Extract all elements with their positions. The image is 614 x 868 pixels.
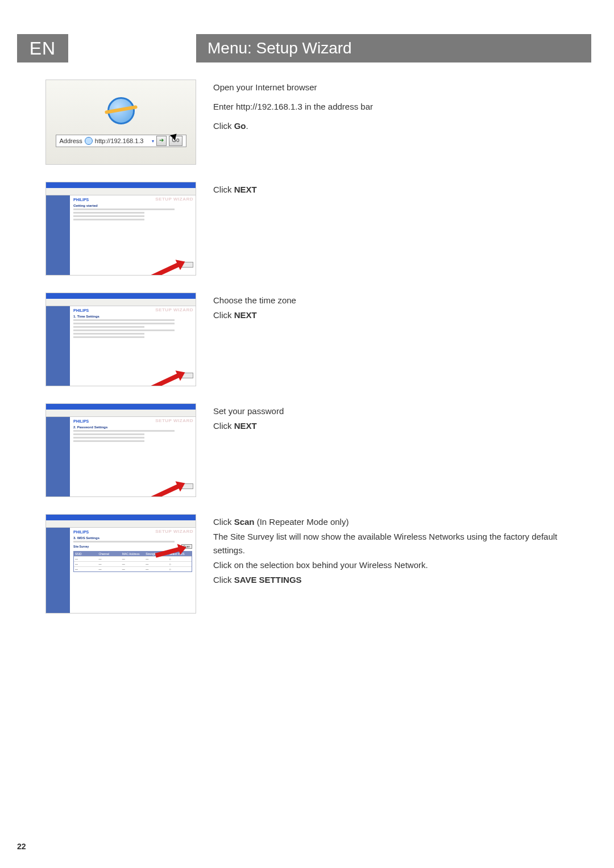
page-title: Menu: Setup Wizard — [196, 34, 591, 62]
instr-enter-url: Enter http://192.168.1.3 in the address … — [213, 100, 591, 114]
wizard-heading: 3. WDS Settings — [73, 536, 192, 540]
step-3: PHILIPS SETUP WIZARD 1. Time Settings — [45, 293, 591, 386]
screenshot-wizard-password: PHILIPS SETUP WIZARD 2. Password Setting… — [45, 403, 196, 497]
red-arrow-icon — [150, 372, 183, 386]
red-arrow-icon — [150, 261, 183, 276]
page-icon — [85, 137, 93, 145]
step-1-instructions: Open your Internet browser Enter http://… — [213, 80, 591, 139]
step-5-instructions: Click Scan (In Repeater Mode only) The S… — [213, 514, 591, 592]
setup-wizard-watermark: SETUP WIZARD — [155, 307, 193, 312]
wizard-heading: 2. Password Settings — [73, 425, 192, 429]
go-button: Go — [169, 136, 182, 146]
wizard-heading: 1. Time Settings — [73, 315, 192, 318]
address-label: Address — [60, 137, 82, 144]
screenshot-browser: Address http://192.168.1.3 ▾ ➔ Go — [45, 80, 196, 165]
setup-wizard-watermark: SETUP WIZARD — [155, 197, 193, 202]
step-3-instructions: Choose the time zone Click NEXT — [213, 293, 591, 328]
instr-site-survey: The Site Survey list will now show the a… — [213, 530, 591, 557]
instr-open-browser: Open your Internet browser — [213, 81, 591, 94]
instr-choose-timezone: Choose the time zone — [213, 294, 591, 307]
instr-click-next-2: Click NEXT — [213, 308, 591, 322]
instr-click-go: Click Go. — [213, 119, 591, 133]
screenshot-wizard-start: PHILIPS SETUP WIZARD Getting started — [45, 182, 196, 276]
go-arrow-icon: ➔ — [156, 136, 167, 146]
instr-click-next-3: Click NEXT — [213, 419, 591, 433]
instr-click-scan: Click Scan (In Repeater Mode only) — [213, 515, 591, 529]
red-arrow-icon — [150, 482, 183, 497]
screenshot-wizard-time: PHILIPS SETUP WIZARD 1. Time Settings — [45, 293, 196, 386]
address-bar: Address http://192.168.1.3 ▾ ➔ Go — [56, 135, 186, 147]
instr-click-save: Click SAVE SETTINGS — [213, 573, 591, 587]
instr-click-next-1: Click NEXT — [213, 183, 591, 197]
step-4-instructions: Set your password Click NEXT — [213, 403, 591, 439]
address-url: http://192.168.1.3 — [95, 137, 150, 144]
setup-wizard-watermark: SETUP WIZARD — [155, 529, 193, 534]
step-2-instructions: Click NEXT — [213, 182, 591, 202]
setup-wizard-watermark: SETUP WIZARD — [155, 418, 193, 423]
site-survey-label: Site Survey — [73, 545, 89, 548]
screenshot-wizard-wds: PHILIPS SETUP WIZARD 3. WDS Settings Sit… — [45, 514, 196, 614]
step-2: PHILIPS SETUP WIZARD Getting started Cli… — [45, 182, 591, 276]
step-5: PHILIPS SETUP WIZARD 3. WDS Settings Sit… — [45, 514, 591, 614]
dropdown-icon: ▾ — [152, 139, 154, 144]
instr-set-password: Set your password — [213, 404, 591, 418]
language-badge: EN — [17, 34, 68, 62]
instr-select-network: Click on the selection box behind your W… — [213, 558, 591, 572]
wizard-heading: Getting started — [73, 204, 192, 207]
page-number: 22 — [17, 842, 26, 851]
step-1: Address http://192.168.1.3 ▾ ➔ Go Open y… — [45, 80, 591, 165]
ie-icon — [107, 97, 135, 124]
site-survey-table: SSID Channel MAC Address Strength Select… — [73, 551, 192, 572]
step-4: PHILIPS SETUP WIZARD 2. Password Setting… — [45, 403, 591, 497]
